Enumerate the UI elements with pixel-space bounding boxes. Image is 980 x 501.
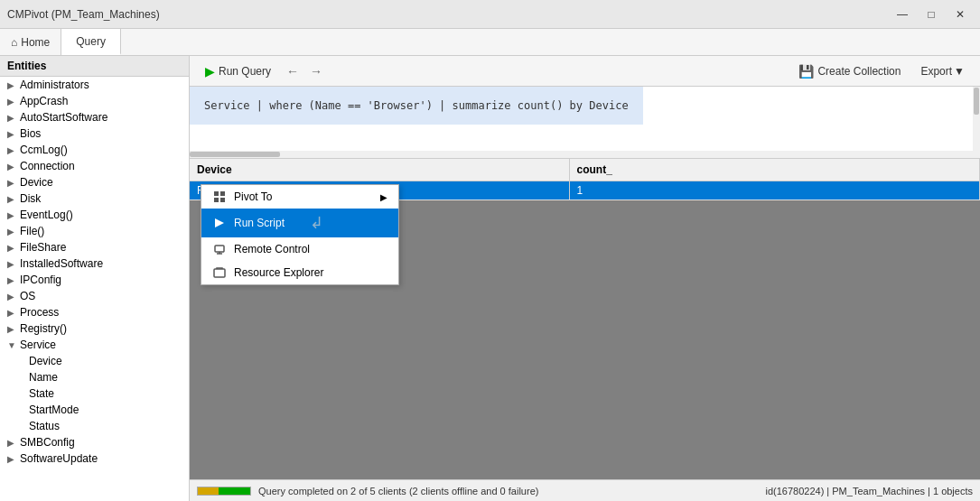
entity-item-appcrash[interactable]: ▶ AppCrash xyxy=(0,93,189,109)
expand-icon: ▶ xyxy=(7,324,18,334)
entity-child-service-startmode[interactable]: StartMode xyxy=(0,402,189,418)
close-button[interactable]: ✕ xyxy=(947,5,973,23)
create-collection-button[interactable]: 💾 Create Collection xyxy=(790,60,909,82)
entity-label: Name xyxy=(29,371,58,384)
query-scrollbar-vertical[interactable] xyxy=(973,87,980,158)
query-scrollbar-horizontal[interactable] xyxy=(190,151,980,158)
content-area: Entities ▶ Administrators ▶ AppCrash ▶ A… xyxy=(0,56,980,501)
expand-icon: ▶ xyxy=(7,178,18,188)
entity-label: Service xyxy=(20,339,56,351)
back-button[interactable]: ← xyxy=(283,62,303,80)
expand-icon: ▶ xyxy=(7,97,18,107)
entity-label: Device xyxy=(29,355,62,367)
entity-label: Connection xyxy=(20,160,75,172)
svg-rect-8 xyxy=(214,269,225,277)
entities-list[interactable]: ▶ Administrators ▶ AppCrash ▶ AutoStartS… xyxy=(0,77,189,501)
export-button[interactable]: Export ▼ xyxy=(912,61,973,81)
svg-rect-3 xyxy=(220,198,225,202)
entities-panel: Entities ▶ Administrators ▶ AppCrash ▶ A… xyxy=(0,56,190,501)
remote-control-label: Remote Control xyxy=(234,243,310,255)
context-menu-resource-explorer[interactable]: Resource Explorer xyxy=(201,261,398,284)
expand-icon: ▶ xyxy=(7,129,18,139)
submenu-arrow: ▶ xyxy=(380,192,387,202)
forward-button[interactable]: → xyxy=(306,62,326,80)
tab-home[interactable]: ⌂ Home xyxy=(0,29,61,55)
tab-query[interactable]: Query xyxy=(61,29,121,55)
col-device: Device xyxy=(190,159,569,181)
entity-label: Device xyxy=(20,176,53,189)
entity-item-ipconfig[interactable]: ▶ IPConfig xyxy=(0,272,189,288)
entity-label: InstalledSoftware xyxy=(20,257,103,270)
expand-icon: ▶ xyxy=(7,145,18,155)
entity-item-service[interactable]: ▼ Service xyxy=(0,337,189,353)
tab-home-label: Home xyxy=(21,36,50,49)
query-toolbar: ▶ Run Query ← → 💾 Create Collection Expo… xyxy=(190,56,980,87)
collection-icon: 💾 xyxy=(798,64,814,79)
entity-item-disk[interactable]: ▶ Disk xyxy=(0,190,189,207)
entity-item-ccmlog[interactable]: ▶ CcmLog() xyxy=(0,142,189,158)
entity-item-device[interactable]: ▶ Device xyxy=(0,174,189,190)
context-menu-pivot[interactable]: Pivot To ▶ xyxy=(201,185,398,209)
entity-item-autostart[interactable]: ▶ AutoStartSoftware xyxy=(0,109,189,125)
entity-item-registry[interactable]: ▶ Registry() xyxy=(0,320,189,337)
entity-item-os[interactable]: ▶ OS xyxy=(0,288,189,304)
col-count: count_ xyxy=(569,159,980,181)
expand-icon: ▶ xyxy=(7,162,18,172)
entity-item-process[interactable]: ▶ Process xyxy=(0,304,189,320)
tab-bar: ⌂ Home Query xyxy=(0,29,980,56)
status-id: id(16780224) | PM_Team_Machines | 1 obje… xyxy=(765,486,973,496)
context-menu-remote-control[interactable]: Remote Control xyxy=(201,237,398,261)
entity-label: CcmLog() xyxy=(20,144,68,156)
expand-icon: ▶ xyxy=(7,113,18,123)
results-area: Device count_ FIRT... 1 xyxy=(190,159,980,479)
tab-query-label: Query xyxy=(76,35,106,48)
entities-scroll-container: ▶ Administrators ▶ AppCrash ▶ AutoStartS… xyxy=(0,77,189,501)
entity-child-service-name[interactable]: Name xyxy=(0,369,189,385)
entity-item-smbconfig[interactable]: ▶ SMBConfig xyxy=(0,434,189,450)
entity-child-service-state[interactable]: State xyxy=(0,385,189,402)
svg-rect-1 xyxy=(220,191,225,196)
expand-icon: ▶ xyxy=(7,243,18,253)
entity-child-service-status[interactable]: Status xyxy=(0,418,189,434)
entity-item-softwareupdate[interactable]: ▶ SoftwareUpdate xyxy=(0,450,189,467)
entity-item-installedsoftware[interactable]: ▶ InstalledSoftware xyxy=(0,255,189,272)
svg-rect-2 xyxy=(214,198,219,202)
resource-explorer-label: Resource Explorer xyxy=(234,266,323,279)
entity-label: FileShare xyxy=(20,241,66,254)
run-query-button[interactable]: ▶ Run Query xyxy=(197,60,279,82)
expand-icon: ▶ xyxy=(7,259,18,269)
pivot-icon xyxy=(212,190,227,204)
minimize-button[interactable]: — xyxy=(890,5,915,23)
progress-bar-container xyxy=(197,487,251,496)
entity-label: Process xyxy=(20,306,59,319)
title-bar: CMPivot (PM_Team_Machines) — □ ✕ xyxy=(0,0,980,29)
status-text: Query completed on 2 of 5 clients (2 cli… xyxy=(258,486,765,496)
query-editor-area[interactable]: Service | where (Name == 'Browser') | su… xyxy=(190,87,980,159)
entity-item-connection[interactable]: ▶ Connection xyxy=(0,158,189,174)
entity-label: Disk xyxy=(20,192,41,205)
maximize-button[interactable]: □ xyxy=(919,5,944,23)
entity-label: SoftwareUpdate xyxy=(20,452,98,465)
expand-icon: ▶ xyxy=(7,308,18,318)
entity-label: Status xyxy=(29,420,60,432)
entity-label: EventLog() xyxy=(20,209,73,221)
count-link[interactable]: 1 xyxy=(577,184,583,197)
entity-label: SMBConfig xyxy=(20,436,75,449)
expand-icon: ▶ xyxy=(7,292,18,302)
entity-item-eventlog[interactable]: ▶ EventLog() xyxy=(0,207,189,223)
window-title: CMPivot (PM_Team_Machines) xyxy=(7,8,160,21)
entity-child-service-device[interactable]: Device xyxy=(0,353,189,369)
entity-label: State xyxy=(29,387,54,400)
create-collection-label: Create Collection xyxy=(817,65,901,78)
scrollbar-thumb xyxy=(190,152,280,157)
context-menu-run-script[interactable]: Run Script ↲ xyxy=(201,209,398,237)
query-text: Service | where (Name == 'Browser') | su… xyxy=(197,92,636,119)
entity-item-fileshare[interactable]: ▶ FileShare xyxy=(0,239,189,255)
query-panel: ▶ Run Query ← → 💾 Create Collection Expo… xyxy=(190,56,980,501)
entity-item-administrators[interactable]: ▶ Administrators xyxy=(0,77,189,93)
entity-item-file[interactable]: ▶ File() xyxy=(0,223,189,239)
expand-icon: ▶ xyxy=(7,438,18,448)
entity-item-bios[interactable]: ▶ Bios xyxy=(0,125,189,142)
run-query-label: Run Query xyxy=(219,65,271,78)
expand-icon: ▶ xyxy=(7,227,18,237)
